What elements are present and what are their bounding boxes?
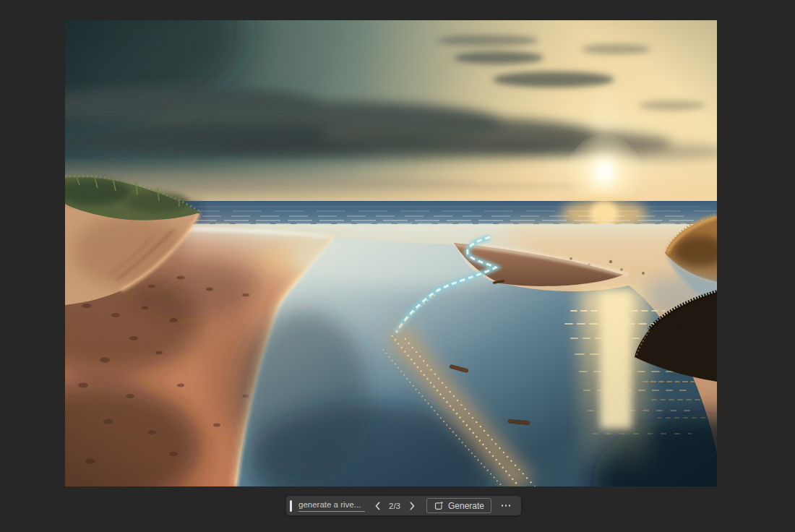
image-counter: 2/3 <box>385 502 404 510</box>
image-sparkle-icon <box>434 501 444 511</box>
prompt-toolbar: generate a rive... 2/3 Generate <box>286 496 521 515</box>
chevron-right-icon <box>409 502 416 510</box>
generate-button-label: Generate <box>448 501 484 511</box>
ellipsis-icon <box>502 505 511 507</box>
generate-button[interactable]: Generate <box>426 498 491 513</box>
next-image-button[interactable] <box>405 499 418 513</box>
vignette <box>65 20 717 486</box>
chevron-left-icon <box>374 502 381 510</box>
drag-handle[interactable] <box>290 500 292 512</box>
beach-sunset-scene <box>65 20 717 486</box>
previous-image-button[interactable] <box>371 499 384 513</box>
generated-image[interactable] <box>65 20 717 486</box>
app-window: { "window": { "background": "#272727" },… <box>0 0 795 532</box>
more-options-button[interactable] <box>498 499 514 513</box>
prompt-input[interactable]: generate a rive... <box>298 499 365 512</box>
